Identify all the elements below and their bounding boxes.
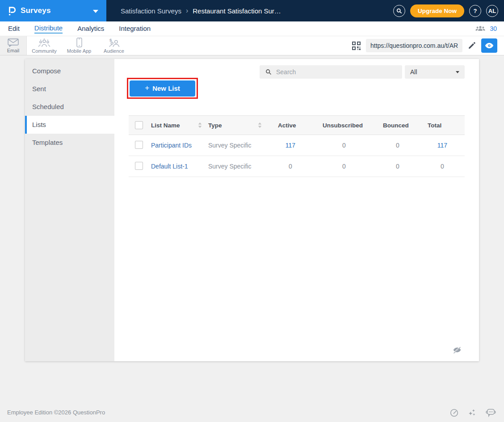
channel-tab-mobile-app[interactable]: Mobile App: [62, 36, 97, 55]
tab-integration[interactable]: Integration: [119, 25, 151, 33]
tab-distribute[interactable]: Distribute: [34, 24, 63, 34]
audience-icon: $: [108, 38, 120, 47]
list-filter-dropdown[interactable]: All: [405, 65, 465, 79]
channel-tab-audience[interactable]: $ Audience: [97, 36, 131, 55]
pencil-icon: [468, 42, 476, 50]
table-row: Participant IDs Survey Specific 117 0 0 …: [129, 135, 465, 156]
survey-url-input[interactable]: [366, 39, 462, 52]
new-list-button[interactable]: + New List: [130, 80, 195, 97]
channel-toolbar: Email Community Mobile App $: [0, 36, 504, 55]
breadcrumb-parent[interactable]: Satisfaction Surveys: [121, 7, 181, 15]
sidebar-item-scheduled[interactable]: Scheduled: [25, 98, 114, 116]
row-checkbox[interactable]: [135, 141, 143, 149]
bounced-count: 0: [375, 163, 420, 170]
chat-support-icon: [486, 409, 496, 417]
ai-assistant-button[interactable]: [468, 409, 476, 417]
sidebar-item-lists[interactable]: Lists: [25, 116, 114, 134]
breadcrumb-current: Restaurant Satisfaction Sur…: [193, 7, 281, 15]
list-type: Survey Specific: [206, 142, 268, 149]
active-count[interactable]: 117: [268, 142, 313, 149]
total-count: 0: [420, 163, 465, 170]
table-row: Default List-1 Survey Specific 0 0 0 0: [129, 156, 465, 177]
col-bounced: Bounced: [375, 122, 420, 129]
unsubscribed-count: 0: [313, 142, 375, 149]
channel-tab-community[interactable]: Community: [27, 36, 62, 55]
qr-code-icon: [352, 42, 361, 50]
sort-type-icon[interactable]: [258, 122, 262, 128]
search-input[interactable]: [275, 68, 402, 76]
preview-button[interactable]: [481, 38, 497, 53]
tab-edit[interactable]: Edit: [8, 25, 20, 33]
list-type: Survey Specific: [206, 163, 268, 170]
list-name-link[interactable]: Participant IDs: [149, 142, 206, 149]
channel-tab-email[interactable]: Email: [0, 36, 27, 55]
eye-off-icon: [453, 346, 462, 354]
breadcrumb-separator-icon: ›: [186, 7, 188, 15]
chevron-down-icon: [456, 71, 459, 73]
survey-navbar: Edit Distribute Analytics Integration 30: [0, 21, 504, 36]
avatar[interactable]: AL: [486, 5, 498, 17]
gauge-icon: [450, 409, 458, 417]
plus-icon: +: [145, 84, 149, 93]
qr-code-button[interactable]: [352, 42, 361, 50]
questionpro-logo-icon: [7, 5, 16, 16]
chevron-down-icon: [93, 10, 98, 13]
mobile-icon: [76, 38, 82, 47]
breadcrumb: Satisfaction Surveys › Restaurant Satisf…: [121, 0, 281, 21]
community-icon: [38, 38, 50, 47]
search-icon: [396, 8, 402, 14]
eye-icon: [485, 42, 494, 49]
col-unsubscribed: Unsubscribed: [313, 122, 375, 129]
col-total: Total: [420, 122, 465, 129]
row-checkbox[interactable]: [135, 162, 143, 170]
col-list-name: List Name: [151, 122, 180, 129]
distribute-panel: Compose Sent Scheduled Lists Templates A…: [25, 59, 479, 361]
sort-list-name-icon[interactable]: [198, 122, 202, 128]
sparkles-icon: [468, 409, 476, 417]
total-count[interactable]: 117: [420, 142, 465, 149]
col-active: Active: [268, 122, 313, 129]
edit-url-button[interactable]: [467, 42, 477, 50]
bounced-count: 0: [375, 142, 420, 149]
email-sidebar: Compose Sent Scheduled Lists Templates: [25, 59, 114, 361]
table-header-row: List Name Type Active Unsubscribed Bounc…: [129, 115, 465, 135]
lists-table: List Name Type Active Unsubscribed Bounc…: [129, 115, 465, 177]
active-count: 0: [268, 163, 313, 170]
lists-content: All + New List List Name: [114, 59, 479, 361]
new-list-highlight: + New List: [127, 78, 198, 99]
upgrade-now-button[interactable]: Upgrade Now: [410, 4, 464, 17]
tab-analytics[interactable]: Analytics: [77, 25, 104, 33]
list-name-link[interactable]: Default List-1: [149, 163, 206, 170]
people-group-icon: [475, 25, 485, 32]
sidebar-item-templates[interactable]: Templates: [25, 134, 114, 152]
support-chat-button[interactable]: [486, 409, 496, 417]
app-switcher[interactable]: Surveys: [0, 0, 106, 21]
help-button[interactable]: ?: [469, 5, 481, 17]
respondent-count: 30: [490, 25, 497, 32]
email-icon: [8, 38, 19, 47]
footer-edition-text: Employee Edition ©2026 QuestionPro: [7, 409, 105, 416]
respondent-count-button[interactable]: 30: [475, 25, 497, 32]
header-search-button[interactable]: [393, 5, 405, 17]
sidebar-item-compose[interactable]: Compose: [25, 62, 114, 80]
select-all-checkbox[interactable]: [135, 121, 143, 129]
list-search-box: [260, 65, 402, 79]
col-type: Type: [208, 122, 222, 129]
app-name: Surveys: [21, 6, 51, 15]
sidebar-item-sent[interactable]: Sent: [25, 80, 114, 98]
unsubscribed-count: 0: [313, 163, 375, 170]
hide-preview-toggle[interactable]: [453, 346, 462, 354]
top-header: Surveys Satisfaction Surveys › Restauran…: [0, 0, 504, 21]
performance-gauge-button[interactable]: [450, 409, 458, 417]
search-icon: [265, 69, 272, 75]
filter-value: All: [410, 68, 417, 76]
